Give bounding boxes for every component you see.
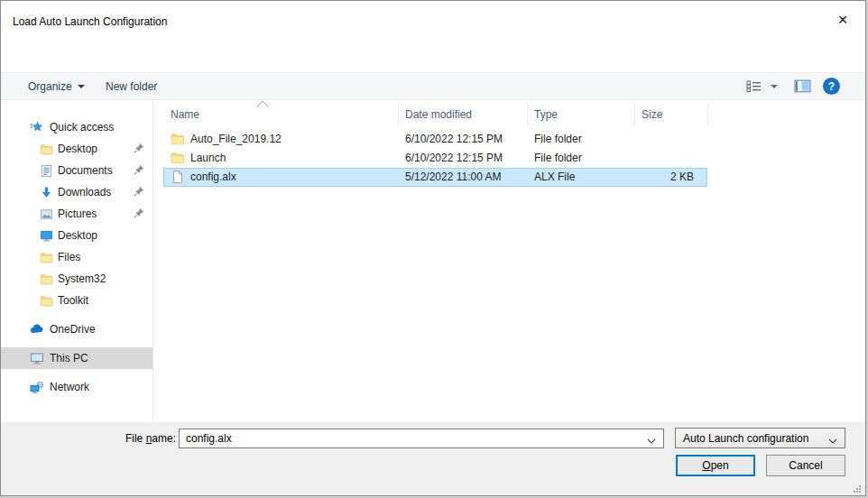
file-type-dropdown[interactable]: Auto Launch configuration	[675, 428, 845, 448]
button-text: pen	[711, 459, 729, 472]
file-size: 2 KB	[614, 171, 694, 183]
column-headers: Name Date modified Type Size	[163, 100, 865, 130]
divider	[707, 103, 708, 126]
sidebar-item-downloads[interactable]: Downloads	[1, 181, 152, 203]
pin-icon	[134, 208, 144, 218]
sidebar-item-label: Pictures	[58, 208, 97, 220]
sidebar-item-network[interactable]: Network	[1, 376, 152, 398]
views-icon	[746, 80, 762, 93]
organize-button[interactable]: Organize	[23, 73, 90, 99]
download-arrow-icon	[40, 186, 53, 199]
close-icon: ×	[837, 10, 847, 30]
cancel-button[interactable]: Cancel	[766, 455, 845, 476]
sidebar-item-label: Network	[50, 381, 89, 393]
file-type-value: Auto Launch configuration	[683, 432, 808, 445]
monitor-icon	[40, 229, 53, 243]
divider	[527, 103, 528, 126]
new-folder-button[interactable]: New folder	[100, 73, 162, 99]
folder-icon	[40, 294, 53, 308]
main-area: Quick access Desktop Documents Downloads…	[1, 100, 865, 422]
file-dialog-window: Load Auto Launch Configuration × ← → ↑ ›…	[0, 0, 866, 496]
file-icon	[171, 170, 185, 184]
sort-ascending-icon	[256, 100, 269, 107]
this-pc-monitor-icon	[30, 351, 44, 365]
sidebar-item-label: OneDrive	[50, 323, 96, 336]
resize-grip[interactable]	[852, 484, 862, 493]
file-name-combo	[179, 429, 664, 448]
navigation-bar: ← → ↑ › This PC › OSDisk (C:) › SoftDocs…	[1, 39, 865, 72]
sidebar-item-desktop[interactable]: Desktop	[1, 225, 152, 246]
chevron-down-icon[interactable]	[646, 436, 657, 447]
folder-icon	[40, 272, 53, 286]
sidebar-item-files[interactable]: Files	[1, 246, 152, 268]
column-header-date-modified[interactable]: Date modified	[405, 108, 472, 121]
file-date-modified: 6/10/2022 12:15 PM	[405, 152, 503, 164]
open-button[interactable]: Open	[676, 455, 755, 476]
quick-access-star-icon	[30, 120, 44, 134]
sidebar-item-label: Files	[58, 251, 80, 263]
close-button[interactable]: ×	[829, 8, 856, 32]
pin-icon	[134, 164, 144, 175]
navigation-pane: Quick access Desktop Documents Downloads…	[1, 100, 152, 422]
button-accelerator: O	[702, 459, 710, 472]
file-row-auto-file[interactable]: Auto_File_2019.12 6/10/2022 12:15 PM Fil…	[163, 130, 707, 149]
help-button[interactable]: ?	[823, 73, 840, 99]
file-name: Auto_File_2019.12	[190, 133, 282, 145]
file-list: Name Date modified Type Size Auto_File_2…	[163, 100, 865, 422]
preview-pane-icon	[794, 79, 811, 93]
label-text: File	[125, 432, 146, 445]
file-row-launch[interactable]: Launch 6/10/2022 12:15 PM File folder	[163, 149, 707, 168]
help-icon: ?	[823, 78, 840, 95]
preview-pane-button[interactable]	[794, 73, 811, 99]
chevron-down-icon	[78, 85, 85, 88]
help-glyph: ?	[828, 80, 835, 93]
file-type: File folder	[534, 152, 582, 164]
sidebar-item-quick-access[interactable]: Quick access	[1, 116, 152, 138]
button-text: Cancel	[789, 459, 822, 472]
sidebar-item-this-pc[interactable]: This PC	[1, 347, 152, 369]
sidebar-item-toolkit[interactable]: Toolkit	[1, 290, 152, 311]
file-row-config-selected[interactable]: config.alx 5/12/2022 11:00 AM ALX File 2…	[163, 168, 707, 187]
network-icon	[30, 380, 44, 394]
onedrive-cloud-icon	[30, 322, 44, 337]
divider	[152, 100, 153, 422]
sidebar-item-label: Toolkit	[58, 294, 88, 307]
sidebar-item-label: Quick access	[50, 121, 114, 134]
sidebar-item-label: Documents	[58, 164, 113, 177]
sidebar-item-documents[interactable]: Documents	[1, 160, 152, 181]
sidebar-item-label: System32	[58, 272, 106, 285]
file-name-input[interactable]	[180, 429, 663, 447]
title-bar: Load Auto Launch Configuration ×	[1, 1, 865, 39]
views-button[interactable]	[746, 73, 778, 99]
folder-icon	[40, 251, 53, 264]
sidebar-item-onedrive[interactable]: OneDrive	[1, 318, 152, 340]
column-header-size[interactable]: Size	[642, 108, 662, 121]
column-header-type[interactable]: Type	[534, 108, 558, 121]
dialog-title: Load Auto Launch Configuration	[13, 15, 167, 28]
chevron-down-icon	[771, 85, 778, 88]
sidebar-item-pictures[interactable]: Pictures	[1, 203, 152, 225]
dialog-footer: File name: Auto Launch configuration Ope…	[1, 422, 865, 496]
sidebar-item-desktop-pinned[interactable]: Desktop	[1, 138, 152, 160]
folder-icon	[171, 132, 185, 146]
sidebar-item-label: Desktop	[58, 229, 97, 242]
new-folder-label: New folder	[106, 80, 157, 93]
sidebar-item-system32[interactable]: System32	[1, 268, 152, 290]
organize-label: Organize	[28, 80, 72, 93]
chevron-down-icon	[827, 436, 838, 447]
pin-icon	[134, 186, 144, 197]
sidebar-item-label: This PC	[50, 352, 88, 364]
label-text: ame:	[152, 432, 176, 445]
file-name-label: File name:	[100, 432, 176, 445]
sidebar-item-label: Desktop	[58, 143, 97, 155]
file-date-modified: 6/10/2022 12:15 PM	[405, 133, 503, 145]
file-date-modified: 5/12/2022 11:00 AM	[405, 171, 502, 183]
pictures-icon	[40, 208, 53, 221]
file-type: ALX File	[534, 171, 575, 183]
column-header-name[interactable]: Name	[171, 108, 199, 121]
folder-icon	[40, 143, 53, 156]
sidebar-item-label: Downloads	[58, 186, 111, 198]
file-type: File folder	[534, 133, 582, 145]
file-name: Launch	[190, 152, 226, 164]
pin-icon	[134, 143, 144, 153]
